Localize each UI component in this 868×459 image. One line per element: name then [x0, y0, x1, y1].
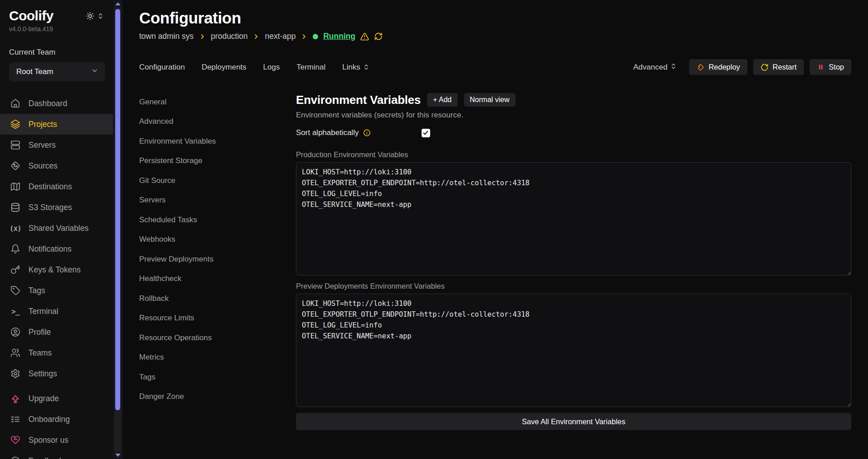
sidebar-item-onboarding[interactable]: Onboarding — [0, 409, 113, 430]
restart-button[interactable]: Restart — [753, 59, 804, 75]
subnav-metrics[interactable]: Metrics — [139, 348, 296, 368]
sidebar-item-feedback[interactable]: Feedback — [0, 450, 113, 459]
advanced-dropdown[interactable]: Advanced — [633, 63, 677, 72]
sidebar-item-upgrade[interactable]: Upgrade — [0, 388, 113, 409]
sidebar-item-tags[interactable]: Tags — [0, 280, 113, 301]
sidebar-item-sources[interactable]: Sources — [0, 155, 113, 176]
scrollbar-track[interactable] — [114, 7, 121, 452]
sidebar-item-label: S3 Storages — [28, 203, 72, 212]
advanced-dropdown-label: Advanced — [633, 63, 668, 72]
subnav-environment-variables[interactable]: Environment Variables — [139, 131, 296, 151]
subnav-rollback[interactable]: Rollback — [139, 289, 296, 309]
sidebar-header: Coolify v4.0.0-beta.419 Current Team Roo… — [0, 0, 113, 81]
tab-label: Configuration — [139, 63, 185, 72]
chevron-right-icon — [199, 33, 206, 40]
sidebar-item-settings[interactable]: Settings — [0, 363, 113, 384]
action-buttons: Advanced Redeploy Restart Stop — [633, 59, 851, 75]
tab-configuration[interactable]: Configuration — [139, 63, 185, 72]
team-select[interactable]: Root Team — [9, 62, 105, 81]
sidebar-item-sponsor-us[interactable]: Sponsor us — [0, 430, 113, 450]
main-content: Configuration town admin sys production … — [123, 0, 868, 459]
subnav-healthcheck[interactable]: Healthcheck — [139, 269, 296, 289]
layers-icon — [10, 119, 21, 129]
users-icon — [10, 348, 21, 358]
subnav-resource-limits[interactable]: Resource Limits — [139, 309, 296, 328]
sort-alphabetically-label: Sort alphabetically — [296, 128, 359, 137]
breadcrumb: town admin sys production next-app Runni… — [139, 32, 851, 41]
add-env-button[interactable]: + Add — [427, 93, 457, 107]
subnav-danger-zone[interactable]: Danger Zone — [139, 387, 296, 407]
scrollbar-down-arrow[interactable] — [115, 454, 121, 457]
subnav-git-source[interactable]: Git Source — [139, 171, 296, 191]
subnav-webhooks[interactable]: Webhooks — [139, 230, 296, 250]
tab-deployments[interactable]: Deployments — [202, 63, 246, 72]
redeploy-button[interactable]: Redeploy — [689, 59, 747, 75]
sort-alphabetically-checkbox[interactable] — [422, 129, 430, 137]
breadcrumb-environment[interactable]: production — [211, 32, 248, 41]
database-icon — [10, 202, 21, 212]
subnav-scheduled-tasks[interactable]: Scheduled Tasks — [139, 210, 296, 230]
sidebar-scrollbar[interactable] — [113, 0, 123, 459]
sidebar-item-label: Onboarding — [28, 415, 70, 424]
subnav-tags[interactable]: Tags — [139, 367, 296, 387]
stop-button-label: Stop — [829, 63, 844, 71]
sidebar-item-label: Settings — [28, 369, 57, 379]
subnav-preview-deployments[interactable]: Preview Deployments — [139, 249, 296, 269]
sidebar-item-projects[interactable]: Projects — [0, 114, 113, 135]
normal-view-button[interactable]: Normal view — [464, 93, 516, 107]
page-title: Configuration — [139, 9, 851, 27]
preview-env-label: Preview Deployments Environment Variable… — [296, 282, 851, 290]
production-env-textarea[interactable]: LOKI_HOST=http://loki:3100 OTEL_EXPORTER… — [296, 162, 851, 276]
sidebar-item-profile[interactable]: Profile — [0, 322, 113, 342]
restart-icon — [760, 63, 769, 71]
subnav-general[interactable]: General — [139, 92, 296, 112]
scrollbar-up-arrow[interactable] — [115, 2, 121, 5]
chevrons-up-down-icon[interactable] — [97, 13, 104, 19]
subnav-advanced[interactable]: Advanced — [139, 112, 296, 132]
chevron-right-icon — [253, 33, 260, 40]
sidebar-item-label: Projects — [28, 120, 57, 129]
breadcrumb-app[interactable]: next-app — [265, 32, 296, 41]
subnav-servers[interactable]: Servers — [139, 191, 296, 211]
sidebar-item-notifications[interactable]: Notifications — [0, 239, 113, 259]
tab-bar: ConfigurationDeploymentsLogsTerminalLink… — [139, 59, 851, 75]
tab-label: Logs — [263, 63, 280, 72]
subnav-resource-operations[interactable]: Resource Operations — [139, 328, 296, 348]
sidebar-item-servers[interactable]: Servers — [0, 135, 113, 155]
sidebar-item-shared-variables[interactable]: (x)Shared Variables — [0, 218, 113, 239]
status-running-link[interactable]: Running — [323, 32, 355, 41]
save-all-button[interactable]: Save All Environment Variables — [296, 413, 851, 430]
sidebar-item-terminal[interactable]: >_Terminal — [0, 301, 113, 322]
sidebar-item-teams[interactable]: Teams — [0, 342, 113, 363]
preview-env-textarea[interactable]: LOKI_HOST=http://loki:3100 OTEL_EXPORTER… — [296, 294, 851, 407]
warning-icon[interactable] — [360, 32, 369, 41]
braces-x-icon: (x) — [10, 224, 21, 233]
sidebar-item-destinations[interactable]: Destinations — [0, 176, 113, 197]
sidebar-item-label: Shared Variables — [28, 224, 89, 233]
chevron-down-icon — [91, 67, 99, 77]
stop-button[interactable]: Stop — [810, 59, 851, 75]
sidebar-item-label: Tags — [28, 286, 45, 295]
sidebar-item-dashboard[interactable]: Dashboard — [0, 93, 113, 114]
scrollbar-thumb[interactable] — [115, 9, 120, 410]
sidebar-item-keys-tokens[interactable]: Keys & Tokens — [0, 259, 113, 280]
git-source-icon — [10, 161, 21, 171]
sidebar-item-s3-storages[interactable]: S3 Storages — [0, 197, 113, 218]
tab-terminal[interactable]: Terminal — [296, 63, 325, 72]
app-root: Coolify v4.0.0-beta.419 Current Team Roo… — [0, 0, 868, 459]
sidebar-item-label: Notifications — [28, 244, 71, 254]
gear-icon — [10, 369, 21, 379]
refresh-icon[interactable] — [374, 32, 383, 41]
sidebar-item-label: Sponsor us — [28, 436, 69, 445]
tab-logs[interactable]: Logs — [263, 63, 280, 72]
tab-links[interactable]: Links — [342, 63, 370, 72]
list-checks-icon — [10, 414, 21, 424]
chevrons-up-down-icon — [670, 63, 677, 72]
theme-sun-icon[interactable] — [86, 12, 94, 20]
sidebar: Coolify v4.0.0-beta.419 Current Team Roo… — [0, 0, 113, 459]
info-icon[interactable] — [363, 129, 371, 137]
subnav-persistent-storage[interactable]: Persistent Storage — [139, 151, 296, 171]
tab-label: Deployments — [202, 63, 246, 72]
sidebar-item-label: Terminal — [28, 307, 58, 316]
breadcrumb-project[interactable]: town admin sys — [139, 32, 194, 41]
